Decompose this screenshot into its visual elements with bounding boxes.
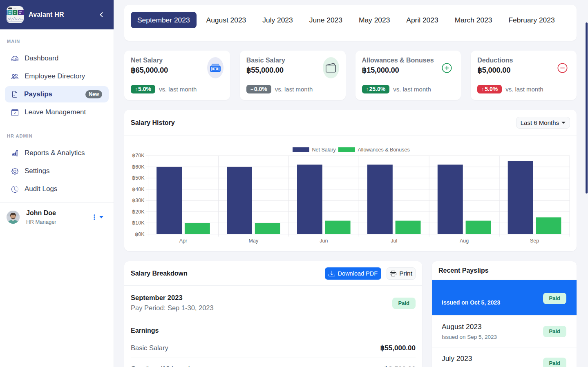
svg-text:Aug: Aug — [460, 238, 469, 244]
svg-text:Jun: Jun — [320, 238, 328, 244]
svg-text:฿10K: ฿10K — [132, 220, 145, 226]
svg-text:฿60K: ฿60K — [132, 164, 145, 170]
svg-text:฿40K: ฿40K — [132, 187, 145, 192]
svg-text:Net Salary: Net Salary — [312, 147, 336, 153]
svg-text:฿0K: ฿0K — [135, 231, 145, 237]
svg-text:฿20K: ฿20K — [132, 209, 145, 215]
svg-text:May: May — [249, 238, 259, 244]
svg-text:Jul: Jul — [391, 238, 397, 244]
svg-text:฿70K: ฿70K — [132, 153, 145, 158]
svg-text:฿30K: ฿30K — [132, 198, 145, 203]
svg-text:Sep: Sep — [530, 238, 539, 244]
svg-text:Apr: Apr — [179, 238, 187, 244]
svg-text:฿50K: ฿50K — [132, 175, 145, 181]
svg-text:Allowances & Bonuses: Allowances & Bonuses — [358, 147, 410, 153]
